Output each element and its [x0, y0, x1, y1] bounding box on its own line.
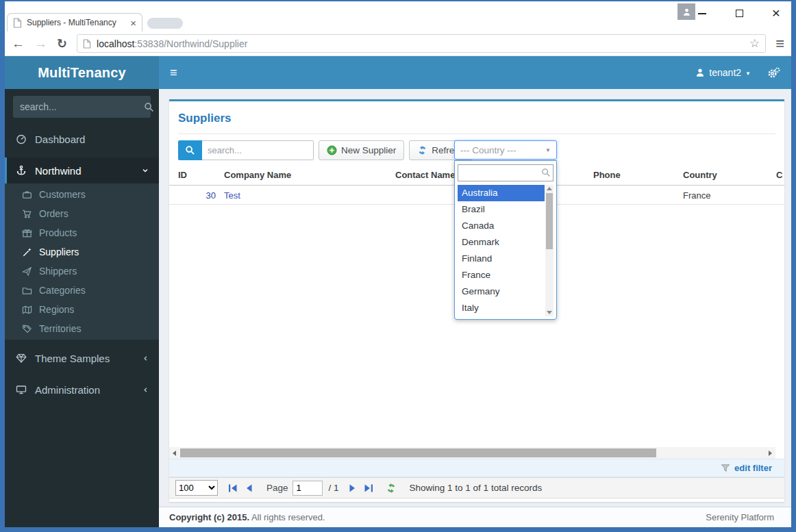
- scroll-down-icon[interactable]: [547, 311, 552, 314]
- quick-search-button[interactable]: [178, 140, 202, 160]
- country-option[interactable]: Germany: [458, 283, 545, 300]
- sidebar-toggle-icon[interactable]: ≡: [170, 66, 177, 80]
- back-icon[interactable]: ←: [12, 36, 25, 51]
- prev-page-icon[interactable]: [245, 483, 253, 493]
- settings-gears-icon[interactable]: [767, 67, 780, 79]
- sidebar-search-input[interactable]: [20, 101, 144, 112]
- browser-menu-icon[interactable]: ≡: [775, 35, 784, 53]
- first-page-icon[interactable]: [227, 483, 238, 493]
- chevron-down-icon: ▼: [745, 71, 751, 77]
- plus-circle-icon: [327, 145, 337, 155]
- sidebar-item-northwind[interactable]: Northwind: [5, 157, 159, 183]
- sidebar-item-categories[interactable]: Categories: [5, 281, 159, 300]
- copyright-text: Copyright (c) 2015.: [169, 512, 249, 522]
- close-button[interactable]: ×: [767, 5, 786, 21]
- cell-id[interactable]: 30: [178, 186, 216, 205]
- country-filter-select[interactable]: --- Country --- ▼: [454, 140, 557, 160]
- column-header-phone[interactable]: Phone: [593, 165, 621, 186]
- brand-logo[interactable]: MultiTenancy: [5, 56, 159, 89]
- profile-person-icon: [682, 8, 691, 16]
- scroll-up-icon[interactable]: [547, 187, 552, 190]
- edit-filter-link[interactable]: edit filter: [734, 463, 772, 473]
- country-option[interactable]: Italy: [458, 300, 545, 316]
- diamond-icon: [16, 353, 27, 364]
- chevron-left-icon: [142, 386, 149, 394]
- scroll-left-icon[interactable]: [169, 447, 179, 459]
- main-content: Suppliers New Supplier: [159, 89, 791, 527]
- minimize-icon: [698, 13, 706, 14]
- reload-icon[interactable]: ↻: [57, 36, 67, 51]
- column-header-company[interactable]: Company Name: [224, 165, 291, 186]
- country-option[interactable]: France: [458, 267, 545, 283]
- sidebar-item-theme-samples[interactable]: Theme Samples: [5, 345, 159, 371]
- sidebar-item-shippers[interactable]: Shippers: [5, 262, 159, 281]
- page-label: Page: [266, 483, 288, 493]
- sidebar-item-suppliers[interactable]: Suppliers: [5, 242, 159, 262]
- last-page-icon[interactable]: [363, 483, 374, 493]
- sidebar-item-products[interactable]: Products: [5, 223, 159, 242]
- paper-plane-icon: [22, 266, 32, 277]
- new-tab-button[interactable]: [147, 18, 183, 29]
- column-header-id[interactable]: ID: [178, 165, 187, 186]
- country-search-input[interactable]: [458, 164, 554, 181]
- magic-wand-icon: [22, 247, 32, 257]
- user-menu[interactable]: tenant2 ▼: [695, 67, 751, 78]
- pager-status: Showing 1 to 1 of 1 total records: [410, 483, 543, 493]
- country-filter-value: --- Country ---: [460, 145, 517, 155]
- scroll-right-icon[interactable]: [765, 447, 775, 459]
- browser-tab[interactable]: Suppliers - MultiTenancy ×: [7, 13, 142, 31]
- bookmark-star-icon[interactable]: ☆: [749, 36, 760, 51]
- total-pages: / 1: [329, 483, 339, 493]
- sidebar-item-dashboard[interactable]: Dashboard: [5, 126, 159, 152]
- anchor-icon: [16, 165, 27, 176]
- sidebar-item-customers[interactable]: Customers: [5, 185, 159, 204]
- sidebar-item-territories[interactable]: Territories: [5, 319, 159, 338]
- dropdown-scrollbar[interactable]: [545, 185, 554, 316]
- chevron-down-icon: [141, 166, 149, 175]
- page-number-input[interactable]: [293, 481, 323, 496]
- map-icon: [22, 305, 32, 315]
- scrollbar-thumb[interactable]: [546, 193, 553, 249]
- platform-label: Serenity Platform: [706, 512, 774, 522]
- sidebar-item-regions[interactable]: Regions: [5, 300, 159, 319]
- address-bar[interactable]: localhost:53838/Northwind/Supplier ☆: [77, 34, 766, 53]
- folder-icon: [22, 286, 32, 296]
- minimize-button[interactable]: [693, 6, 712, 20]
- app-footer: Copyright (c) 2015. All rights reserved.…: [159, 507, 791, 527]
- country-option[interactable]: Denmark: [458, 234, 545, 251]
- new-supplier-button[interactable]: New Supplier: [319, 140, 404, 160]
- pager-refresh-icon[interactable]: [386, 483, 397, 494]
- filter-bar: edit filter: [169, 459, 784, 477]
- sidebar-item-administration[interactable]: Administration: [5, 377, 159, 403]
- sidebar-search[interactable]: [13, 96, 151, 118]
- scrollbar-thumb[interactable]: [180, 448, 656, 457]
- country-option[interactable]: Brazil: [458, 201, 545, 218]
- column-header-country[interactable]: Country: [683, 165, 717, 186]
- user-name: tenant2: [709, 67, 741, 78]
- country-option[interactable]: Canada: [458, 218, 545, 234]
- grid-horizontal-scrollbar[interactable]: [169, 447, 775, 459]
- tab-close-icon[interactable]: ×: [130, 18, 136, 28]
- pager-bar: 100 Page / 1: [169, 477, 784, 498]
- gift-icon: [22, 228, 32, 238]
- country-options-list: Australia Brazil Canada Denmark Finland …: [458, 185, 554, 316]
- app-navbar: MultiTenancy ≡ tenant2 ▼: [5, 56, 791, 89]
- column-header-city[interactable]: C: [776, 165, 782, 186]
- browser-window: Suppliers - MultiTenancy × × ← → ↻ local…: [0, 0, 796, 532]
- country-option[interactable]: Finland: [458, 251, 545, 267]
- country-option[interactable]: Australia: [458, 185, 545, 201]
- maximize-button[interactable]: [730, 6, 749, 20]
- page-size-select[interactable]: 100: [175, 480, 218, 496]
- sidebar-item-orders[interactable]: Orders: [5, 204, 159, 223]
- quick-search-input[interactable]: [202, 140, 314, 160]
- favicon-page-icon: [13, 18, 22, 28]
- column-header-contact[interactable]: Contact Name: [395, 165, 455, 186]
- monitor-icon: [16, 384, 27, 395]
- chevron-left-icon: [142, 355, 149, 362]
- search-icon: [144, 102, 154, 112]
- next-page-icon[interactable]: [349, 483, 357, 493]
- sidebar-item-label: Northwind: [35, 165, 82, 177]
- cell-company-link[interactable]: Test: [224, 186, 240, 205]
- user-person-icon: [695, 68, 705, 77]
- suppliers-panel: Suppliers New Supplier: [169, 99, 784, 502]
